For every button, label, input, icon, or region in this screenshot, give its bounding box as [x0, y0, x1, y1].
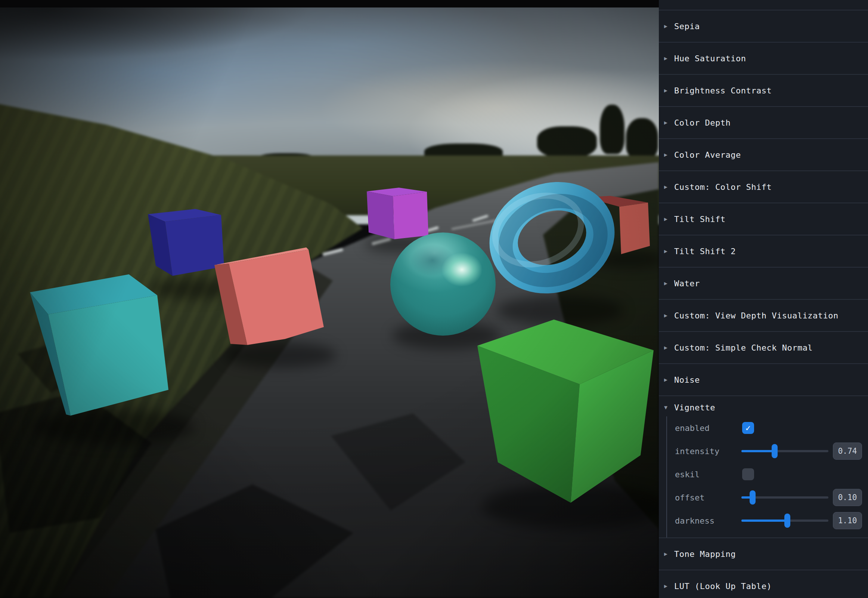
slider-fill [741, 450, 775, 452]
cyan-cube-shadow [34, 409, 194, 445]
panel-item-label: Sepia [674, 22, 700, 31]
chevron-right-icon: ▶ [664, 344, 674, 351]
panel-item-noise[interactable]: ▶ Noise [659, 364, 868, 396]
slider-handle[interactable] [750, 490, 756, 505]
panel-item-label: Color Average [674, 150, 741, 160]
chevron-right-icon: ▶ [664, 248, 674, 254]
panel-item-label: Custom: Simple Check Normal [674, 343, 813, 353]
control-label: enabled [675, 423, 710, 433]
enabled-checkbox[interactable]: ✓ [742, 422, 754, 434]
top-bar [0, 0, 659, 7]
panel-item-label: Tilt Shift [674, 215, 725, 224]
slider-fill [741, 520, 787, 522]
panel-item-custom-simple-check-normal[interactable]: ▶ Custom: Simple Check Normal [659, 332, 868, 364]
check-icon: ✓ [746, 423, 751, 433]
salmon-cube-shadow [224, 342, 336, 368]
panel-item-brightness-contrast[interactable]: ▶ Brightness Contrast [659, 75, 868, 107]
slider-handle[interactable] [784, 514, 790, 528]
intensity-value[interactable]: 0.74 [833, 443, 862, 460]
cyan-torus [483, 173, 622, 304]
control-row-intensity: intensity 0.74 [667, 440, 868, 463]
chevron-down-icon: ▼ [664, 404, 674, 411]
tree-silhouette [600, 105, 625, 154]
3d-viewport[interactable] [0, 0, 659, 598]
chevron-right-icon: ▶ [664, 376, 674, 383]
eskil-checkbox[interactable]: ✓ [742, 468, 754, 480]
panel-item-lut[interactable]: ▶ LUT (Look Up Table) [659, 570, 868, 598]
tree-silhouette [626, 118, 658, 158]
panel-item-water[interactable]: ▶ Water [659, 268, 868, 300]
control-label: darkness [675, 516, 714, 525]
offset-value[interactable]: 0.10 [833, 489, 862, 506]
panel-item-label: Tone Mapping [674, 549, 736, 559]
control-row-eskil: eskil ✓ [667, 463, 868, 486]
darkness-value[interactable]: 1.10 [833, 512, 862, 529]
vignette-controls: enabled ✓ intensity 0.74 eskil ✓ [666, 416, 868, 537]
panel-item-tilt-shift-2[interactable]: ▶ Tilt Shift 2 [659, 235, 868, 268]
tree-silhouette [537, 126, 597, 158]
panel-item-hue-saturation[interactable]: ▶ Hue Saturation [659, 43, 868, 75]
panel-item-label: Noise [674, 375, 700, 384]
teal-sphere [390, 232, 496, 336]
panel-item-label: Brightness Contrast [674, 86, 772, 95]
panel-item-color-depth[interactable]: ▶ Color Depth [659, 107, 868, 139]
panel-item-label: Tilt Shift 2 [674, 247, 736, 256]
panel-item-custom-view-depth[interactable]: ▶ Custom: View Depth Visualization [659, 300, 868, 332]
control-label: offset [675, 493, 704, 502]
panel-item-sepia[interactable]: ▶ Sepia [659, 10, 868, 43]
panel-item-label: LUT (Look Up Table) [674, 582, 772, 591]
darkness-slider[interactable] [741, 513, 828, 528]
clipped-row [659, 0, 868, 10]
chevron-right-icon: ▶ [664, 55, 674, 62]
chevron-right-icon: ▶ [664, 151, 674, 158]
chevron-right-icon: ▶ [664, 583, 674, 589]
control-row-darkness: darkness 1.10 [667, 509, 868, 532]
panel-item-label: Hue Saturation [674, 54, 746, 63]
control-label: intensity [675, 447, 719, 456]
chevron-right-icon: ▶ [664, 312, 674, 319]
control-row-offset: offset 0.10 [667, 486, 868, 509]
control-row-enabled: enabled ✓ [667, 416, 868, 440]
chevron-right-icon: ▶ [664, 216, 674, 223]
vignette-section: ▼ Vignette enabled ✓ intensity 0.74 es [659, 396, 868, 538]
panel-item-label: Water [674, 279, 700, 288]
panel-item-tone-mapping[interactable]: ▶ Tone Mapping [659, 538, 868, 570]
chevron-right-icon: ▶ [664, 119, 674, 126]
slider-handle[interactable] [772, 444, 778, 458]
panel-item-color-average[interactable]: ▶ Color Average [659, 139, 868, 171]
panel-item-label: Color Depth [674, 118, 731, 127]
offset-slider[interactable] [741, 490, 828, 505]
chevron-right-icon: ▶ [664, 23, 674, 30]
panel-item-vignette[interactable]: ▼ Vignette [659, 396, 868, 416]
chevron-right-icon: ▶ [664, 87, 674, 94]
chevron-right-icon: ▶ [664, 184, 674, 190]
panel-item-label: Custom: Color Shift [674, 182, 772, 192]
chevron-right-icon: ▶ [664, 280, 674, 287]
panel-item-tilt-shift[interactable]: ▶ Tilt Shift [659, 203, 868, 235]
panel-item-label: Custom: View Depth Visualization [674, 311, 838, 320]
panel-item-label: Vignette [674, 403, 715, 412]
control-label: eskil [675, 470, 699, 479]
effects-panel: ▶ Sepia ▶ Hue Saturation ▶ Brightness Co… [659, 0, 868, 598]
intensity-slider[interactable] [741, 444, 828, 459]
panel-item-custom-color-shift[interactable]: ▶ Custom: Color Shift [659, 171, 868, 203]
chevron-right-icon: ▶ [664, 550, 674, 557]
